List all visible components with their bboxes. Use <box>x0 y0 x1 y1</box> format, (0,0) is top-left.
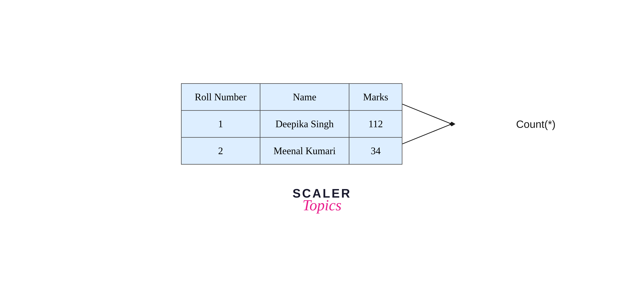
svg-marker-2 <box>449 122 456 126</box>
table-row: 1 Deepika Singh 112 <box>181 110 402 137</box>
svg-line-0 <box>402 104 452 124</box>
table-with-annotation: Roll Number Name Marks 1 Deepika Singh 1… <box>181 83 463 165</box>
count-label: Count(*) <box>516 118 556 130</box>
col-header-marks: Marks <box>349 84 402 110</box>
table-row: 2 Meenal Kumari 34 <box>181 137 402 164</box>
main-container: Roll Number Name Marks 1 Deepika Singh 1… <box>181 83 463 213</box>
cell-roll-1: 1 <box>181 110 260 137</box>
count-annotation-svg <box>402 86 463 162</box>
data-table: Roll Number Name Marks 1 Deepika Singh 1… <box>181 83 402 165</box>
cell-marks-1: 112 <box>349 110 402 137</box>
cell-marks-2: 34 <box>349 137 402 164</box>
cell-name-1: Deepika Singh <box>260 110 349 137</box>
cell-name-2: Meenal Kumari <box>260 137 349 164</box>
brand-topics-text: Topics <box>302 198 342 213</box>
svg-line-1 <box>402 124 452 144</box>
header-row: Roll Number Name Marks <box>181 84 402 110</box>
col-header-roll: Roll Number <box>181 84 260 110</box>
cell-roll-2: 2 <box>181 137 260 164</box>
branding: SCALER Topics <box>292 187 352 213</box>
count-label-container: Count(*) <box>516 118 556 130</box>
col-header-name: Name <box>260 84 349 110</box>
